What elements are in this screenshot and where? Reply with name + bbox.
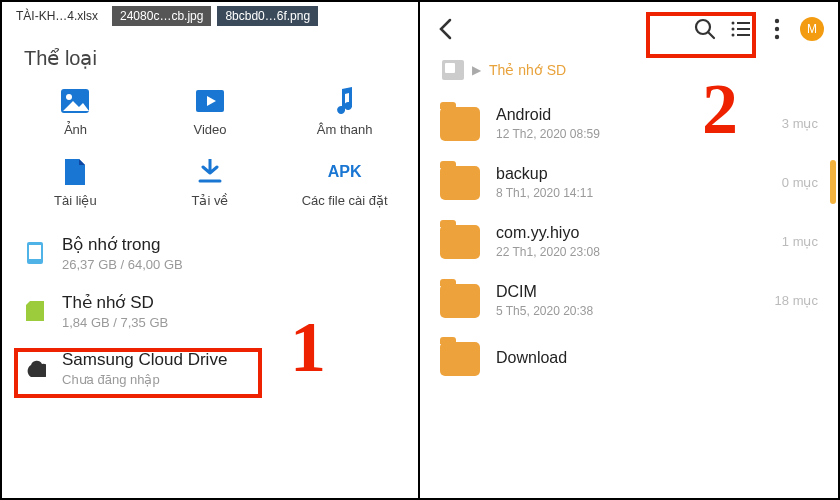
- sort-icon: [730, 19, 752, 39]
- svg-point-13: [732, 34, 735, 37]
- folder-list: Android 12 Th2, 2020 08:59 3 mục backup …: [420, 94, 838, 388]
- folder-name: Android: [496, 106, 766, 124]
- folder-icon: [440, 107, 480, 141]
- breadcrumb-home-icon[interactable]: [442, 60, 464, 80]
- svg-point-14: [775, 19, 779, 23]
- storage-sub: 1,84 GB / 7,35 GB: [62, 315, 168, 330]
- storage-name: Bộ nhớ trong: [62, 234, 183, 255]
- categories-title: Thể loại: [2, 28, 418, 76]
- folder-name: backup: [496, 165, 766, 183]
- document-icon: [60, 157, 90, 187]
- categories-grid: Ảnh Video Âm thanh Tài liệu: [2, 76, 418, 224]
- folder-name: Download: [496, 349, 802, 367]
- storage-list: Bộ nhớ trong 26,37 GB / 64,00 GB Thẻ nhớ…: [2, 224, 418, 397]
- folder-row[interactable]: backup 8 Th1, 2020 14:11 0 mục: [438, 153, 820, 212]
- folder-count: 18 mục: [775, 293, 818, 308]
- storage-internal[interactable]: Bộ nhớ trong 26,37 GB / 64,00 GB: [16, 224, 404, 282]
- svg-point-12: [732, 28, 735, 31]
- tab-file-3[interactable]: 8bcbd0…6f.png: [217, 6, 318, 26]
- category-label: Tải về: [192, 193, 229, 208]
- storage-samsung-cloud[interactable]: Samsung Cloud Drive Chưa đăng nhập: [16, 340, 404, 397]
- svg-line-7: [708, 32, 714, 38]
- video-icon: [195, 86, 225, 116]
- category-label: Tài liệu: [54, 193, 97, 208]
- apk-icon: APK: [330, 157, 360, 187]
- folder-name: com.yy.hiyo: [496, 224, 766, 242]
- storage-name: Thẻ nhớ SD: [62, 292, 168, 313]
- folder-name: DCIM: [496, 283, 759, 301]
- image-icon: [60, 86, 90, 116]
- category-label: Các file cài đặt: [302, 193, 388, 208]
- category-video[interactable]: Video: [143, 86, 278, 137]
- back-button[interactable]: [438, 18, 452, 40]
- more-vert-icon: [774, 18, 780, 40]
- more-button[interactable]: [764, 16, 790, 42]
- category-label: Âm thanh: [317, 122, 373, 137]
- category-images[interactable]: Ảnh: [8, 86, 143, 137]
- search-icon: [694, 18, 716, 40]
- svg-point-15: [775, 27, 779, 31]
- scroll-indicator[interactable]: [830, 160, 836, 204]
- category-downloads[interactable]: Tải về: [143, 157, 278, 208]
- folder-icon: [440, 342, 480, 376]
- folder-date: 8 Th1, 2020 14:11: [496, 186, 766, 200]
- svg-point-16: [775, 35, 779, 39]
- folder-date: 5 Th5, 2020 20:38: [496, 304, 759, 318]
- svg-rect-5: [29, 245, 41, 259]
- chevron-right-icon: ▶: [472, 63, 481, 77]
- breadcrumb-current: Thẻ nhớ SD: [489, 62, 566, 78]
- category-apk[interactable]: APK Các file cài đặt: [277, 157, 412, 208]
- category-label: Ảnh: [64, 122, 87, 137]
- folder-icon: [440, 166, 480, 200]
- sort-button[interactable]: [728, 16, 754, 42]
- download-icon: [195, 157, 225, 187]
- tab-file-2[interactable]: 24080c…cb.jpg: [112, 6, 211, 26]
- folder-date: 12 Th2, 2020 08:59: [496, 127, 766, 141]
- folder-row[interactable]: com.yy.hiyo 22 Th1, 2020 23:08 1 mục: [438, 212, 820, 271]
- right-screenshot: M ▶ Thẻ nhớ SD Android 12 Th2, 2020 08:5…: [420, 2, 838, 498]
- folder-count: 3 mục: [782, 116, 818, 131]
- account-avatar[interactable]: M: [800, 17, 824, 41]
- cloud-icon: [24, 358, 46, 380]
- svg-point-11: [732, 22, 735, 25]
- category-label: Video: [193, 122, 226, 137]
- left-screenshot: TÀI-KH…4.xlsx 24080c…cb.jpg 8bcbd0…6f.pn…: [2, 2, 420, 498]
- folder-date: 22 Th1, 2020 23:08: [496, 245, 766, 259]
- svg-point-1: [66, 94, 72, 100]
- folder-icon: [440, 284, 480, 318]
- folder-icon: [440, 225, 480, 259]
- top-bar: M: [420, 2, 838, 52]
- storage-sub: Chưa đăng nhập: [62, 372, 227, 387]
- tab-file-1[interactable]: TÀI-KH…4.xlsx: [8, 6, 106, 26]
- music-note-icon: [330, 86, 360, 116]
- folder-row[interactable]: Android 12 Th2, 2020 08:59 3 mục: [438, 94, 820, 153]
- storage-name: Samsung Cloud Drive: [62, 350, 227, 370]
- folder-count: 0 mục: [782, 175, 818, 190]
- category-documents[interactable]: Tài liệu: [8, 157, 143, 208]
- storage-sd-card[interactable]: Thẻ nhớ SD 1,84 GB / 7,35 GB: [16, 282, 404, 340]
- breadcrumb: ▶ Thẻ nhớ SD: [420, 52, 838, 94]
- folder-row[interactable]: DCIM 5 Th5, 2020 20:38 18 mục: [438, 271, 820, 330]
- search-button[interactable]: [692, 16, 718, 42]
- recent-files-tabs: TÀI-KH…4.xlsx 24080c…cb.jpg 8bcbd0…6f.pn…: [2, 2, 418, 28]
- storage-sub: 26,37 GB / 64,00 GB: [62, 257, 183, 272]
- phone-icon: [24, 242, 46, 264]
- folder-row[interactable]: Download: [438, 330, 820, 388]
- category-audio[interactable]: Âm thanh: [277, 86, 412, 137]
- sd-card-icon: [24, 300, 46, 322]
- folder-count: 1 mục: [782, 234, 818, 249]
